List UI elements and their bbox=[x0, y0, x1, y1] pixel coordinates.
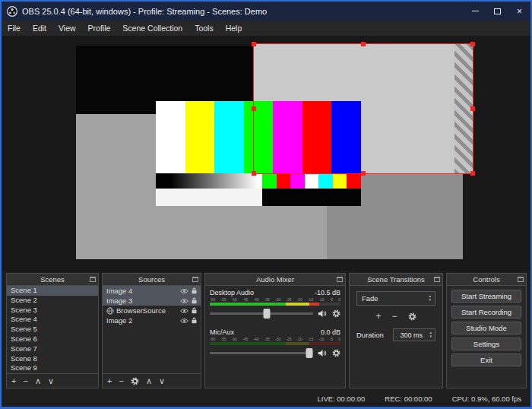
channel-settings-gear-icon[interactable] bbox=[332, 309, 340, 318]
popout-icon[interactable] bbox=[434, 277, 440, 282]
sources-panel-header[interactable]: Sources bbox=[103, 274, 201, 286]
scene-list-item[interactable]: Scene 9 bbox=[7, 363, 98, 373]
menu-profile[interactable]: Profile bbox=[82, 21, 117, 36]
source-row[interactable]: Image 3 bbox=[103, 296, 201, 306]
remove-scene-button[interactable]: − bbox=[23, 377, 27, 385]
window-title: OBS 25.0.4 (64-bit, windows) - Profile: … bbox=[22, 7, 267, 16]
remove-transition-button[interactable]: − bbox=[392, 312, 397, 321]
selection-handle[interactable] bbox=[361, 171, 366, 176]
settings-button[interactable]: Settings bbox=[451, 338, 521, 350]
status-bar: LIVE: 00:00:00 REC: 00:00:00 CPU: 0.9%, … bbox=[2, 391, 530, 407]
mixer-panel-title: Audio Mixer bbox=[256, 275, 294, 284]
close-button[interactable]: × bbox=[508, 2, 530, 21]
scene-list-item[interactable]: Scene 2 bbox=[7, 296, 98, 306]
globe-icon bbox=[106, 307, 114, 315]
lock-icon[interactable] bbox=[191, 317, 198, 324]
selection-handle[interactable] bbox=[470, 171, 475, 176]
mixer-panel-header[interactable]: Audio Mixer bbox=[205, 274, 345, 286]
dock-area: Scenes Scene 1 Scene 2 Scene 3 Scene 4 S… bbox=[2, 271, 530, 391]
popout-icon[interactable] bbox=[337, 277, 343, 282]
lock-icon[interactable] bbox=[191, 307, 198, 314]
studio-mode-button[interactable]: Studio Mode bbox=[451, 322, 521, 334]
lock-icon[interactable] bbox=[191, 297, 198, 304]
source-name: BrowserSource bbox=[116, 306, 178, 315]
cpu-fps: CPU: 0.9%, 60.00 fps bbox=[452, 395, 521, 403]
scene-list-item[interactable]: Scene 7 bbox=[7, 344, 98, 354]
move-source-up-button[interactable]: ∧ bbox=[146, 377, 152, 385]
title-bar: OBS 25.0.4 (64-bit, windows) - Profile: … bbox=[2, 2, 530, 21]
lock-icon[interactable] bbox=[191, 287, 198, 294]
eye-icon[interactable] bbox=[180, 308, 188, 314]
add-source-button[interactable]: + bbox=[107, 377, 112, 385]
menu-file[interactable]: File bbox=[2, 21, 27, 36]
scene-list-item[interactable]: Scene 1 bbox=[7, 286, 98, 296]
scene-transitions-panel: Scene Transitions Fade ▲▼ + − bbox=[349, 273, 443, 388]
spinner-arrows-icon[interactable]: ▲▼ bbox=[429, 331, 435, 338]
scene-list-item[interactable]: Scene 6 bbox=[7, 334, 98, 344]
sources-panel-title: Sources bbox=[138, 275, 165, 284]
eye-icon[interactable] bbox=[180, 318, 188, 324]
volume-meter bbox=[210, 303, 340, 306]
add-transition-button[interactable]: + bbox=[375, 312, 381, 321]
source-row[interactable]: Image 2 bbox=[103, 315, 201, 325]
scenes-panel-header[interactable]: Scenes bbox=[7, 274, 98, 286]
start-streaming-button[interactable]: Start Streaming bbox=[451, 290, 521, 303]
maximize-button[interactable] bbox=[486, 2, 508, 21]
color-blocks bbox=[262, 173, 361, 189]
minimize-button[interactable] bbox=[464, 2, 486, 21]
transitions-panel-header[interactable]: Scene Transitions bbox=[350, 274, 442, 286]
exit-button[interactable]: Exit bbox=[451, 354, 521, 366]
source-name: Image 4 bbox=[106, 287, 178, 295]
volume-slider-handle[interactable] bbox=[263, 309, 270, 319]
scene-list-item[interactable]: Scene 3 bbox=[7, 306, 98, 315]
selection-handle[interactable] bbox=[470, 42, 475, 46]
selection-handle[interactable] bbox=[252, 171, 256, 176]
source-row[interactable]: Image 4 bbox=[103, 286, 201, 296]
remove-source-button[interactable]: − bbox=[119, 377, 123, 385]
volume-slider-handle[interactable] bbox=[306, 348, 312, 358]
selection-handle[interactable] bbox=[361, 42, 366, 46]
selection-handle[interactable] bbox=[470, 106, 475, 111]
menu-edit[interactable]: Edit bbox=[27, 21, 52, 36]
selection-handle[interactable] bbox=[252, 106, 256, 111]
eye-icon[interactable] bbox=[180, 288, 188, 294]
speaker-icon[interactable] bbox=[318, 349, 328, 357]
volume-slider[interactable] bbox=[210, 352, 313, 354]
volume-meter bbox=[210, 342, 340, 345]
speaker-icon[interactable] bbox=[318, 309, 328, 318]
transition-properties-gear-icon[interactable] bbox=[408, 312, 416, 321]
obs-window: OBS 25.0.4 (64-bit, windows) - Profile: … bbox=[0, 0, 532, 409]
move-source-down-button[interactable]: ∨ bbox=[159, 377, 165, 385]
mixer-channel-mic-aux: Mic/Aux 0.0 dB -60-55-50-45-40-35-30-25-… bbox=[210, 328, 340, 359]
controls-panel: Controls Start Streaming Start Recording… bbox=[446, 273, 527, 388]
scene-list-item[interactable]: Scene 5 bbox=[7, 325, 98, 334]
source-properties-gear-icon[interactable] bbox=[131, 377, 139, 385]
channel-name: Mic/Aux bbox=[210, 328, 234, 337]
source-row[interactable]: BrowserSource bbox=[103, 306, 201, 315]
scene-list-item[interactable]: Scene 4 bbox=[7, 315, 98, 325]
menu-tools[interactable]: Tools bbox=[188, 21, 220, 36]
popout-icon[interactable] bbox=[192, 277, 198, 282]
scenes-toolbar: + − ∧ ∨ bbox=[7, 373, 98, 388]
volume-slider[interactable] bbox=[210, 312, 313, 315]
duration-spinner[interactable]: 300 ms ▲▼ bbox=[393, 328, 435, 341]
move-scene-down-button[interactable]: ∨ bbox=[48, 377, 54, 385]
transition-selected-value: Fade bbox=[362, 294, 378, 303]
move-scene-up-button[interactable]: ∧ bbox=[35, 377, 41, 385]
duration-value: 300 ms bbox=[394, 331, 429, 339]
selection-handle[interactable] bbox=[252, 42, 256, 46]
channel-settings-gear-icon[interactable] bbox=[332, 349, 340, 357]
menu-scene-collection[interactable]: Scene Collection bbox=[116, 21, 188, 36]
transition-select[interactable]: Fade ▲▼ bbox=[356, 291, 435, 306]
eye-icon[interactable] bbox=[180, 298, 188, 304]
popout-icon[interactable] bbox=[90, 277, 96, 282]
scene-list-item[interactable]: Scene 8 bbox=[7, 354, 98, 364]
menu-view[interactable]: View bbox=[52, 21, 82, 36]
controls-panel-header[interactable]: Controls bbox=[447, 274, 526, 286]
selection-box[interactable] bbox=[253, 43, 473, 174]
audio-mixer-panel: Audio Mixer Desktop Audio -10.5 dB -60-5… bbox=[204, 273, 346, 388]
add-scene-button[interactable]: + bbox=[11, 377, 16, 385]
menu-help[interactable]: Help bbox=[220, 21, 249, 36]
start-recording-button[interactable]: Start Recording bbox=[451, 306, 521, 319]
popout-icon[interactable] bbox=[518, 277, 524, 282]
